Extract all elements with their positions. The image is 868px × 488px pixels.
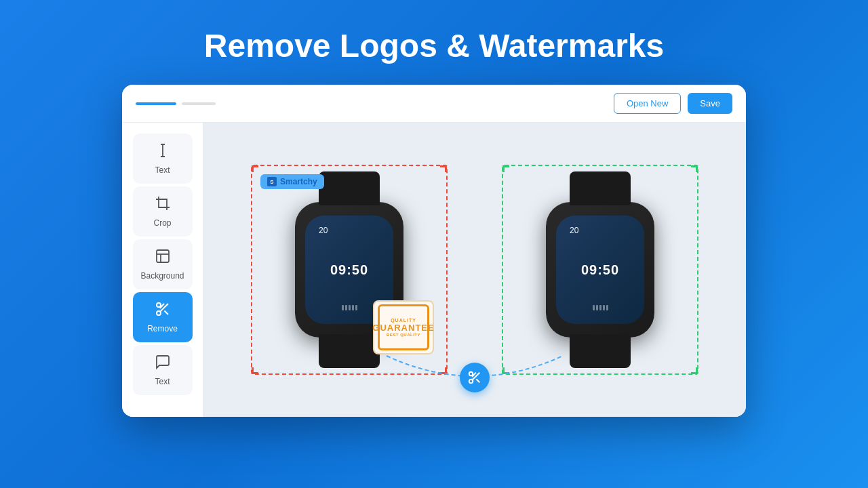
tab-bar bbox=[136, 102, 216, 105]
toolbar-actions: Open New Save bbox=[614, 93, 732, 114]
watch-number-right: 20 bbox=[570, 226, 578, 235]
watch-time-right: 09:50 bbox=[581, 262, 619, 278]
background-icon bbox=[155, 248, 171, 267]
smartchy-text: Smartchy bbox=[280, 177, 317, 186]
svg-line-9 bbox=[164, 310, 168, 314]
crop-icon bbox=[155, 195, 171, 214]
sidebar: Text Crop bbox=[122, 123, 203, 417]
left-watch-container: S Smartchy 20 09:50 bbox=[251, 165, 448, 375]
right-watch-band-bottom bbox=[570, 334, 631, 368]
toolbar: Open New Save bbox=[122, 85, 746, 123]
svg-line-14 bbox=[476, 379, 479, 382]
stamp-main-text: GUARANTEE bbox=[372, 323, 434, 333]
main-content: Text Crop bbox=[122, 123, 746, 417]
stamp-inner: QUALITY GUARANTEE BEST QUALITY bbox=[378, 304, 429, 350]
watch-band-bottom bbox=[319, 334, 380, 368]
smartchy-logo-icon: S bbox=[267, 177, 277, 186]
open-new-button[interactable]: Open New bbox=[614, 93, 681, 114]
svg-point-7 bbox=[157, 311, 161, 315]
sidebar-item-text-top-label: Text bbox=[155, 165, 170, 175]
scissors-action-button[interactable] bbox=[460, 363, 490, 392]
svg-point-6 bbox=[157, 303, 161, 307]
canvas-area: S Smartchy 20 09:50 bbox=[203, 123, 746, 417]
watch-indicator-right bbox=[593, 305, 608, 310]
svg-rect-3 bbox=[157, 250, 169, 262]
right-watch-body: 20 09:50 bbox=[546, 202, 654, 338]
app-window: Open New Save Text bbox=[122, 85, 746, 417]
sidebar-item-background[interactable]: Background bbox=[133, 239, 193, 289]
right-watch-band-top bbox=[570, 171, 631, 205]
sidebar-item-remove[interactable]: Remove bbox=[133, 292, 193, 342]
svg-point-12 bbox=[469, 380, 473, 384]
watch-band-top bbox=[319, 171, 380, 205]
sidebar-item-text-top[interactable]: Text bbox=[133, 134, 193, 184]
text-alt-icon bbox=[155, 354, 171, 373]
sidebar-item-background-label: Background bbox=[140, 271, 184, 281]
watch-time-left: 09:50 bbox=[330, 262, 368, 278]
page-title: Remove Logos & Watermarks bbox=[204, 27, 664, 64]
stamp-sub-text: BEST QUALITY bbox=[387, 333, 420, 337]
watch-number-left: 20 bbox=[319, 226, 328, 235]
scissors-icon bbox=[155, 301, 171, 320]
watch-indicator-left bbox=[342, 305, 357, 310]
sidebar-item-crop[interactable]: Crop bbox=[133, 186, 193, 237]
guarantee-stamp: QUALITY GUARANTEE BEST QUALITY bbox=[373, 300, 434, 354]
smartchy-watermark: S Smartchy bbox=[260, 174, 324, 189]
sidebar-item-text-bottom[interactable]: Text bbox=[133, 345, 193, 395]
save-button[interactable]: Save bbox=[688, 93, 732, 114]
sidebar-item-crop-label: Crop bbox=[153, 218, 171, 228]
stamp-top-text: QUALITY bbox=[391, 318, 416, 323]
tab-inactive[interactable] bbox=[182, 102, 216, 105]
sidebar-item-text-bottom-label: Text bbox=[155, 377, 170, 386]
tab-active[interactable] bbox=[136, 102, 176, 105]
svg-point-11 bbox=[469, 372, 473, 376]
text-cursor-icon bbox=[155, 142, 171, 161]
right-watch-screen: 20 09:50 bbox=[556, 216, 644, 324]
sidebar-item-remove-label: Remove bbox=[147, 324, 178, 333]
left-image-panel: S Smartchy 20 09:50 bbox=[251, 165, 448, 375]
